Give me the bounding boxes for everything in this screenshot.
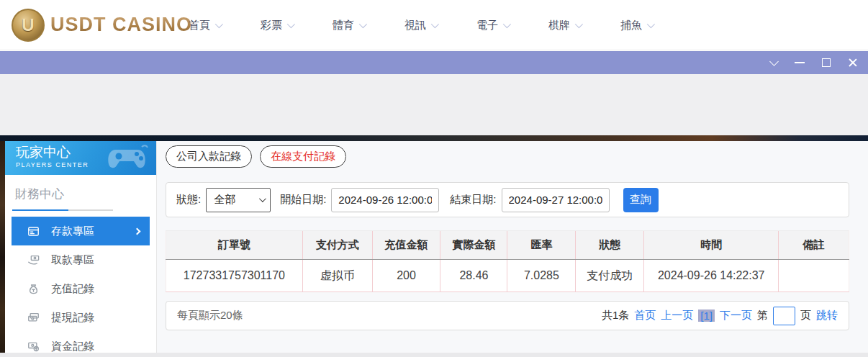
close-icon[interactable] [848,58,858,68]
nav-item[interactable]: 棋牌 [548,19,581,32]
table-header-cell: 時間 [644,231,779,260]
nav-item-label: 捕魚 [620,19,642,32]
player-center-sidebar: 玩家中心 PLAYERS CENTER 財務中心 存款專區取款專區充值記錄提現記… [5,141,157,353]
table-header-cell: 匯率 [507,231,576,260]
table-header-cell: 訂單號 [166,231,303,260]
jump-suffix: 页 [800,309,811,322]
table-cell: 200 [372,260,440,292]
sidebar-item-label: 取款專區 [51,253,94,267]
table-header-row: 訂單號支付方式充值金額實際金額匯率狀態時間備註 [166,231,849,260]
status-select[interactable]: 全部 [206,188,271,212]
table-cell: 支付成功 [576,260,644,292]
nav-item-label: 彩票 [261,19,282,32]
nav-item-label: 視訊 [404,19,426,32]
status-label: 狀態: [176,193,201,207]
nav-item[interactable]: 彩票 [261,19,293,32]
sidebar-item[interactable]: 提現記錄 [12,303,150,332]
chevron-down-icon [503,20,511,28]
table-cell: 2024-09-26 14:22:37 [644,260,779,292]
sidebar-item[interactable]: 取款專區 [12,245,150,274]
window-title-bar [0,51,868,74]
filter-bar: 狀態: 全部 開始日期: 結束日期: 查詢 [166,182,849,217]
nav-item[interactable]: 電子 [476,19,509,32]
page: U USDT CASINO 首頁彩票體育視訊電子棋牌捕魚 玩家中心 PLAYER… [0,0,868,357]
jump-prefix: 第 [757,309,768,322]
chevron-down-icon [647,20,655,28]
end-date-input[interactable] [502,188,610,212]
chevron-down-icon [215,20,223,28]
collapse-chevron-icon[interactable] [769,57,779,66]
gamepad-icon [106,144,150,173]
sidebar-item-label: 資金記錄 [51,340,94,353]
page-jump-input[interactable] [773,307,795,325]
chevron-down-icon [259,195,266,202]
first-page-link[interactable]: 首页 [634,309,656,322]
table-body: 1727331757301170虚拟币20028.467.0285支付成功202… [166,260,849,292]
nav-item-label: 體育 [333,19,354,32]
nav-item-label: 棋牌 [548,19,570,32]
table-header-cell: 支付方式 [302,231,372,260]
sidebar-menu: 存款專區取款專區充值記錄提現記錄資金記錄 [5,217,156,357]
next-page-link[interactable]: 下一页 [720,309,752,322]
recharge-bag-icon [27,282,40,296]
brand-logo-icon: U [12,9,45,42]
pagination-bar: 每頁顯示20條 共1条 首页 上一页 [1] 下一页 第 页 跳转 [166,301,849,330]
brand-name: USDT CASINO [50,14,192,36]
withdrawal-record-icon [27,311,40,325]
table-header-cell: 備註 [779,231,849,260]
sidebar-item-label: 提現記錄 [51,311,94,325]
table-cell: 7.0285 [507,260,576,292]
banner-divider [0,135,868,141]
background-image-edge [0,141,5,353]
sidebar-item[interactable]: 存款專區 [12,217,150,245]
end-date-label: 結束日期: [450,193,496,207]
total-count: 共1条 [602,309,629,322]
chevron-down-icon [359,20,367,28]
prev-page-link[interactable]: 上一页 [661,309,693,322]
jump-button[interactable]: 跳转 [816,309,838,322]
withdraw-hand-icon [27,253,40,267]
tab[interactable]: 公司入款記錄 [166,145,252,168]
current-page-indicator: [1] [698,309,715,322]
nav-item-label: 首頁 [189,19,210,32]
sidebar-header: 玩家中心 PLAYERS CENTER [5,141,156,175]
deposit-records-table: 訂單號支付方式充值金額實際金額匯率狀態時間備註 1727331757301170… [166,230,849,292]
table-header-cell: 實際金額 [440,231,507,260]
page-size-text: 每頁顯示20條 [177,309,243,322]
chevron-right-icon [134,227,141,235]
start-date-label: 開始日期: [280,193,326,207]
table-header-cell: 狀態 [576,231,644,260]
nav-item[interactable]: 首頁 [189,19,221,32]
funds-record-icon [27,340,40,353]
top-navbar: U USDT CASINO 首頁彩票體育視訊電子棋牌捕魚 [0,0,868,50]
sidebar-item[interactable]: 充值記錄 [12,274,150,303]
sidebar-section-title: 財務中心 [5,175,156,207]
section-divider [12,209,113,211]
chevron-down-icon [431,20,439,28]
tab[interactable]: 在線支付記錄 [260,145,346,168]
sidebar-item[interactable]: 資金記錄 [12,332,150,357]
nav-item[interactable]: 視訊 [404,19,437,32]
start-date-input[interactable] [331,188,439,212]
brand-logo[interactable]: U USDT CASINO [12,9,192,42]
main-nav: 首頁彩票體育視訊電子棋牌捕魚 [189,0,653,50]
nav-item-label: 電子 [476,19,498,32]
deposit-card-icon [27,225,40,238]
pager: 共1条 首页 上一页 [1] 下一页 第 页 跳转 [602,307,838,325]
table-cell: 28.46 [440,260,507,292]
table-header-cell: 充值金額 [372,231,440,260]
table-cell: 1727331757301170 [166,260,303,292]
record-tabs: 公司入款記錄在線支付記錄 [166,145,346,168]
table-cell: 虚拟币 [302,260,372,292]
table-cell [779,260,849,292]
table-row: 1727331757301170虚拟币20028.467.0285支付成功202… [166,260,849,292]
minimize-icon[interactable] [795,62,805,63]
nav-item[interactable]: 體育 [333,19,365,32]
chevron-down-icon [287,20,295,28]
search-button[interactable]: 查詢 [623,188,659,212]
sidebar-item-label: 充值記錄 [51,282,94,296]
sidebar-item-label: 存款專區 [51,225,94,238]
chevron-down-icon [575,20,583,28]
maximize-icon[interactable] [822,58,831,67]
nav-item[interactable]: 捕魚 [620,19,653,32]
